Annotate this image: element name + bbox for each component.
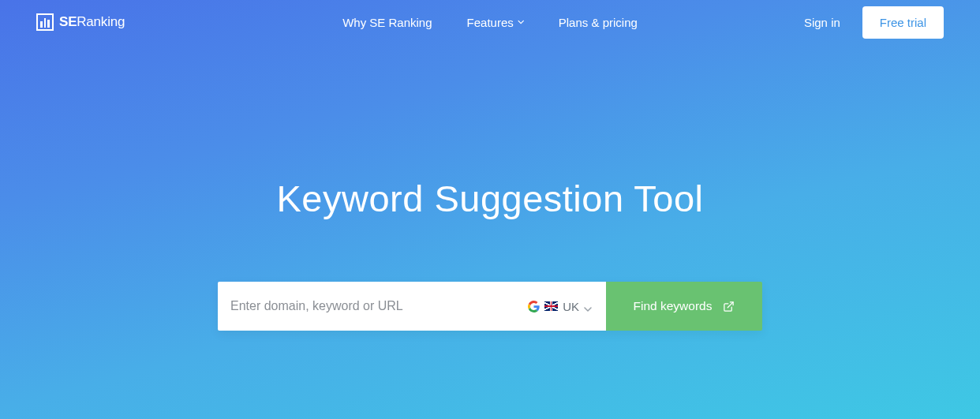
bar-chart-icon [36,13,54,31]
header-actions: Sign in Free trial [804,6,944,39]
header: SERanking Why SE Ranking Features Plans … [0,0,980,44]
google-icon [528,301,540,312]
flag-uk-icon [544,301,558,311]
svg-line-0 [728,301,734,307]
external-link-icon [723,301,735,312]
nav-label: Features [467,16,514,29]
find-keywords-button[interactable]: Find keywords [606,282,762,331]
main-nav: Why SE Ranking Features Plans & pricing [342,16,638,29]
search-input-wrap: UK [218,282,606,331]
nav-label: Why SE Ranking [342,16,432,29]
chevron-down-icon [518,19,524,25]
nav-why-se-ranking[interactable]: Why SE Ranking [342,16,432,29]
page-title: Keyword Suggestion Tool [276,177,703,220]
search-bar: UK Find keywords [218,282,762,331]
region-selector[interactable]: UK [526,300,593,313]
button-label: Find keywords [634,299,713,313]
brand-name: SERanking [59,14,125,30]
hero: Keyword Suggestion Tool UK Find keywords [0,44,980,331]
nav-features[interactable]: Features [467,16,524,29]
region-label: UK [563,300,579,313]
chevron-down-icon [584,302,592,310]
brand-logo[interactable]: SERanking [36,13,125,31]
signin-link[interactable]: Sign in [804,16,840,29]
nav-plans-pricing[interactable]: Plans & pricing [559,16,638,29]
free-trial-button[interactable]: Free trial [862,6,944,39]
nav-label: Plans & pricing [559,16,638,29]
search-input[interactable] [230,282,526,331]
